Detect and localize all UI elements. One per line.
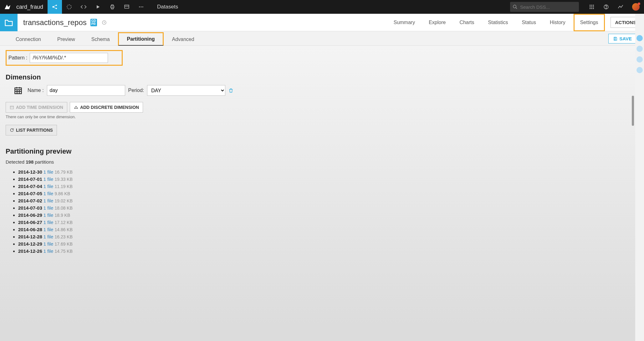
- tab-statistics[interactable]: Statistics: [483, 14, 514, 31]
- add-discrete-dimension-button[interactable]: ADD DISCRETE DIMENSION: [70, 102, 143, 113]
- partition-size: 17.12 KB: [54, 220, 73, 225]
- partition-date: 2014-07-04: [18, 184, 42, 189]
- jobs-icon[interactable]: [62, 0, 76, 14]
- play-icon[interactable]: [91, 0, 105, 14]
- tab-summary[interactable]: Summary: [388, 14, 421, 31]
- refresh-icon[interactable]: [101, 20, 107, 25]
- partition-date: 2014-07-02: [18, 198, 42, 203]
- section-label[interactable]: Datasets: [157, 4, 178, 10]
- rail-info-icon[interactable]: [636, 46, 643, 52]
- pattern-field-wrap: Pattern :: [6, 50, 123, 66]
- svg-rect-35: [10, 106, 14, 109]
- header-tabs: SummaryExploreChartsStatisticsStatusHist…: [388, 14, 644, 31]
- rail-discuss-icon[interactable]: [636, 56, 643, 63]
- svg-point-11: [142, 7, 143, 8]
- partition-file-link[interactable]: 1 file: [42, 198, 55, 203]
- svg-point-3: [67, 5, 71, 9]
- svg-rect-6: [111, 8, 113, 9]
- search-box[interactable]: [510, 2, 579, 12]
- discrete-icon: [74, 105, 78, 109]
- subtab-preview[interactable]: Preview: [49, 33, 83, 45]
- add-discrete-label: ADD DISCRETE DIMENSION: [80, 105, 139, 110]
- svg-rect-22: [593, 8, 594, 9]
- svg-point-24: [606, 8, 606, 9]
- partition-file-link[interactable]: 1 file: [42, 248, 55, 254]
- partition-file-link[interactable]: 1 file: [42, 205, 55, 211]
- subtab-schema[interactable]: Schema: [83, 33, 118, 45]
- list-partitions-button[interactable]: LIST PARTITIONS: [6, 125, 57, 135]
- svg-rect-17: [590, 7, 590, 8]
- partition-file-link[interactable]: 1 file: [42, 191, 55, 196]
- print-icon[interactable]: [105, 0, 120, 14]
- partition-item: 2014-06-271 file17.12 KB: [18, 219, 638, 226]
- tab-status[interactable]: Status: [516, 14, 542, 31]
- partition-item: 2014-07-011 file19.33 KB: [18, 176, 638, 183]
- settings-subtabs: ConnectionPreviewSchemaPartitioningAdvan…: [0, 31, 644, 46]
- tab-charts[interactable]: Charts: [454, 14, 480, 31]
- dashboard-icon[interactable]: [120, 0, 134, 14]
- user-avatar[interactable]: [632, 3, 640, 11]
- partition-date: 2014-07-03: [18, 205, 42, 211]
- save-button-label: SAVE: [619, 36, 632, 41]
- partition-size: 14.75 KB: [54, 249, 73, 254]
- svg-point-9: [139, 7, 140, 8]
- svg-point-2: [56, 8, 57, 9]
- svg-rect-18: [591, 7, 592, 8]
- search-input[interactable]: [520, 4, 570, 10]
- flow-button[interactable]: [48, 0, 62, 14]
- dimension-name-label: Name :: [28, 88, 44, 93]
- apps-icon[interactable]: [585, 0, 599, 14]
- subtab-partitioning[interactable]: Partitioning: [118, 32, 164, 46]
- svg-point-1: [56, 5, 57, 6]
- search-icon: [513, 4, 518, 9]
- help-icon[interactable]: [599, 0, 613, 14]
- refresh-icon: [10, 128, 14, 132]
- pattern-input[interactable]: [30, 53, 108, 63]
- partition-date: 2014-12-30: [18, 169, 42, 175]
- svg-point-0: [53, 6, 54, 8]
- more-icon[interactable]: [134, 0, 148, 14]
- tab-history[interactable]: History: [544, 14, 571, 31]
- svg-rect-19: [593, 7, 594, 8]
- add-dimension-buttons: ADD TIME DIMENSION ADD DISCRETE DIMENSIO…: [6, 102, 638, 113]
- save-button[interactable]: SAVE: [608, 34, 636, 43]
- scrollbar[interactable]: [632, 96, 634, 126]
- partition-item: 2014-12-281 file16.23 KB: [18, 233, 638, 240]
- project-name[interactable]: card_fraud: [15, 4, 48, 10]
- partition-file-link[interactable]: 1 file: [42, 241, 55, 247]
- partition-date: 2014-07-05: [18, 191, 42, 196]
- activity-icon[interactable]: [613, 0, 628, 14]
- logo-icon[interactable]: [0, 0, 15, 14]
- partition-size: 9.86 KB: [54, 191, 70, 196]
- partition-file-link[interactable]: 1 file: [42, 227, 55, 232]
- tab-settings[interactable]: Settings: [574, 14, 605, 31]
- save-icon: [613, 37, 617, 41]
- right-rail: [635, 14, 644, 341]
- dataset-icon[interactable]: [0, 14, 18, 31]
- time-dimension-hint: There can only be one time dimension.: [6, 115, 638, 119]
- partition-item: 2014-07-021 file19.02 KB: [18, 197, 638, 204]
- partition-date: 2014-12-28: [18, 234, 42, 239]
- partition-file-link[interactable]: 1 file: [42, 169, 55, 175]
- partition-item: 2014-07-031 file18.08 KB: [18, 204, 638, 211]
- partition-file-link[interactable]: 1 file: [42, 220, 55, 225]
- dimension-period-select[interactable]: DAY: [147, 85, 225, 96]
- svg-rect-5: [111, 5, 113, 6]
- subtab-advanced[interactable]: Advanced: [164, 33, 202, 45]
- svg-rect-20: [590, 8, 590, 9]
- tab-explore[interactable]: Explore: [423, 14, 451, 31]
- delete-dimension-icon[interactable]: [228, 88, 233, 93]
- partition-file-link[interactable]: 1 file: [42, 234, 55, 239]
- subtab-connection[interactable]: Connection: [8, 33, 49, 45]
- rail-add-icon[interactable]: [636, 35, 643, 41]
- partition-file-link[interactable]: 1 file: [42, 212, 55, 218]
- dimension-name-input[interactable]: [47, 85, 125, 96]
- rail-chat-icon[interactable]: [636, 67, 643, 73]
- svg-rect-14: [590, 5, 590, 6]
- partition-file-link[interactable]: 1 file: [42, 176, 55, 182]
- calendar-icon: [14, 86, 23, 95]
- partition-size: 18.9 KB: [54, 213, 70, 218]
- partition-file-link[interactable]: 1 file: [42, 184, 55, 189]
- code-icon[interactable]: [76, 0, 91, 14]
- partition-item: 2014-12-291 file17.69 KB: [18, 240, 638, 247]
